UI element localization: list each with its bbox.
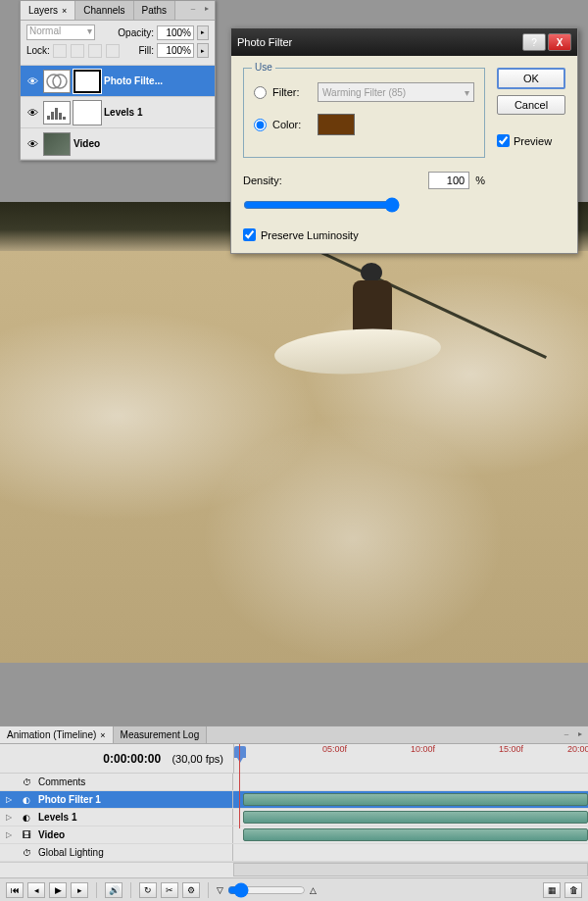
stopwatch-icon[interactable]: ⏱ (20, 846, 33, 860)
play-button[interactable]: ▶ (49, 882, 67, 898)
dialog-body: Use Filter: Warming Filter (85)▾ Color: … (231, 56, 577, 253)
expand-icon[interactable]: ▷ (6, 795, 15, 804)
use-legend: Use (252, 62, 275, 73)
tab-animation[interactable]: Animation (Timeline)× (0, 726, 114, 743)
opacity-arrow-icon[interactable]: ▸ (197, 25, 209, 40)
panel-minimize-icon[interactable]: – (561, 728, 572, 740)
adjustment-thumb[interactable] (43, 70, 71, 93)
timeline-clip[interactable] (243, 793, 588, 806)
chevron-down-icon: ▾ (465, 87, 469, 98)
visibility-icon[interactable]: 👁 (24, 105, 40, 121)
panel-tabs: Layers× Channels Paths – ▸ (21, 1, 215, 21)
ruler-mark: 15:00f (499, 744, 523, 754)
layer-row-video[interactable]: 👁 Video (21, 128, 215, 160)
color-radio[interactable] (254, 119, 267, 131)
preview-checkbox[interactable] (497, 134, 510, 147)
density-slider[interactable] (243, 197, 400, 213)
playback-controls: ⏮ ◂ ▶ ▸ 🔊 ↻ ✂ ⚙ ▽ △ ▦ 🗑 (0, 877, 588, 901)
animation-panel: Animation (Timeline)× Measurement Log – … (0, 726, 588, 901)
stopwatch-icon[interactable]: ⏱ (20, 776, 33, 789)
blend-mode-select[interactable]: Normal ▾ (26, 25, 95, 40)
zoom-out-icon[interactable]: ▽ (217, 885, 223, 895)
preserve-luminosity-checkbox[interactable] (243, 228, 256, 241)
filter-label: Filter: (272, 86, 312, 98)
tab-paths[interactable]: Paths (134, 1, 176, 20)
image-content (0, 251, 588, 663)
filter-dropdown[interactable]: Warming Filter (85)▾ (318, 82, 474, 102)
panel-minimize-icon[interactable]: – (187, 3, 199, 15)
expand-icon[interactable]: ▷ (6, 830, 15, 839)
track-video[interactable]: ▷🎞Video (0, 826, 588, 844)
track-levels[interactable]: ▷◐Levels 1 (0, 809, 588, 826)
prev-frame-button[interactable]: ◂ (27, 882, 45, 898)
lock-pixels-icon[interactable] (71, 44, 84, 58)
layer-row-photofilter[interactable]: 👁 Photo Filte... (21, 66, 215, 97)
fps: (30,00 fps) (172, 753, 223, 765)
track-photofilter[interactable]: ▷◐Photo Filter 1 (0, 791, 588, 809)
time-ruler[interactable]: 05:00f 10:00f 15:00f 20:00 (233, 744, 588, 774)
tab-measurement[interactable]: Measurement Log (114, 726, 208, 743)
tab-close-icon[interactable]: × (62, 6, 67, 16)
image-subject (274, 329, 441, 374)
track-comments[interactable]: ⏱Comments (0, 774, 588, 791)
track-global-lighting[interactable]: ⏱Global Lighting (0, 844, 588, 862)
split-button[interactable]: ✂ (161, 882, 178, 898)
adjustment-thumb[interactable] (43, 101, 71, 125)
audio-toggle-button[interactable]: 🔊 (105, 882, 122, 898)
options-button[interactable]: ⚙ (182, 882, 200, 898)
anim-tabs: Animation (Timeline)× Measurement Log – … (0, 726, 588, 744)
timecode[interactable]: 0:00:00:00 (103, 752, 161, 766)
tab-channels[interactable]: Channels (75, 1, 133, 20)
next-frame-button[interactable]: ▸ (71, 882, 88, 898)
dialog-titlebar[interactable]: Photo Filter ? X (231, 28, 577, 56)
panel-menu-icon[interactable]: ▸ (201, 3, 213, 15)
delete-button[interactable]: 🗑 (564, 882, 582, 898)
layer-thumb[interactable] (43, 132, 71, 156)
color-swatch[interactable] (318, 114, 355, 135)
svg-rect-6 (63, 117, 66, 120)
track-name: Photo Filter 1 (38, 794, 101, 805)
filter-radio[interactable] (254, 86, 267, 99)
layers-options: Normal ▾ Opacity: ▸ Lock: Fill: ▸ (21, 21, 215, 66)
convert-frames-button[interactable]: ▦ (543, 882, 561, 898)
layer-mask-thumb[interactable] (74, 101, 101, 125)
document-canvas[interactable] (0, 202, 588, 663)
opacity-input[interactable] (157, 25, 194, 40)
panel-menu-icon[interactable]: ▸ (574, 728, 586, 740)
rewind-button[interactable]: ⏮ (6, 882, 24, 898)
fill-arrow-icon[interactable]: ▸ (197, 43, 209, 58)
tab-layers[interactable]: Layers× (21, 1, 75, 20)
visibility-icon[interactable]: 👁 (24, 136, 40, 152)
zoom-slider[interactable] (227, 882, 306, 898)
cancel-button[interactable]: Cancel (497, 95, 565, 115)
svg-rect-4 (55, 108, 58, 120)
visibility-icon[interactable]: 👁 (24, 74, 40, 89)
timeline-clip[interactable] (243, 828, 588, 841)
horizontal-scrollbar[interactable] (233, 863, 588, 876)
ok-button[interactable]: OK (497, 68, 565, 89)
dialog-title: Photo Filter (237, 36, 292, 48)
lock-transparency-icon[interactable] (53, 44, 67, 58)
density-unit: % (475, 175, 485, 186)
timeline-clip[interactable] (243, 811, 588, 824)
tab-close-icon[interactable]: × (100, 730, 105, 740)
svg-rect-3 (51, 112, 54, 120)
density-input[interactable] (428, 172, 469, 189)
loop-button[interactable]: ↻ (139, 882, 157, 898)
playhead-line (239, 744, 240, 828)
track-name: Comments (38, 776, 85, 787)
time-ruler-row: 0:00:00:00 (30,00 fps) 05:00f 10:00f 15:… (0, 744, 588, 774)
ruler-mark: 20:00 (567, 744, 588, 754)
svg-rect-2 (47, 116, 50, 120)
lock-all-icon[interactable] (106, 44, 120, 58)
layer-row-levels[interactable]: 👁 Levels 1 (21, 97, 215, 128)
zoom-in-icon[interactable]: △ (310, 885, 317, 895)
opacity-label: Opacity: (118, 27, 154, 38)
close-button[interactable]: X (548, 33, 571, 51)
fill-input[interactable] (157, 43, 194, 58)
layers-panel: Layers× Channels Paths – ▸ Normal ▾ Opac… (20, 0, 216, 161)
lock-position-icon[interactable] (88, 44, 102, 58)
layer-mask-thumb[interactable] (74, 70, 101, 93)
expand-icon[interactable]: ▷ (6, 813, 15, 822)
help-button[interactable]: ? (522, 33, 546, 51)
